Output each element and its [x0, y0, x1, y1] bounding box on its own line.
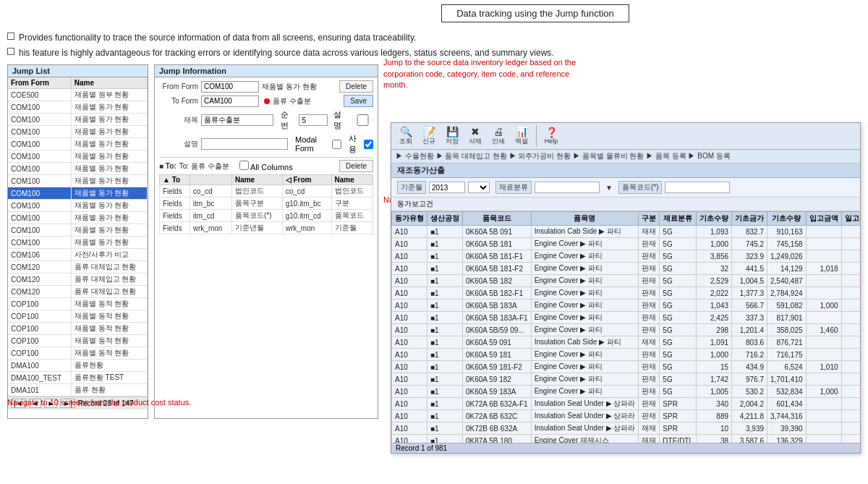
table-cell [806, 435, 841, 443]
table-row: A10■10K60A 5B 182Engine Cover ▶ 파티판재5G2,… [392, 275, 861, 287]
list-item[interactable]: COE500재품별 원부 현황 [8, 89, 148, 101]
list-item[interactable]: COP100재품별 동적 현황 [8, 323, 148, 335]
sub-section-title: 동가보고건 [397, 200, 433, 208]
list-item[interactable]: COP100재품별 동적 현황 [8, 310, 148, 323]
list-item[interactable]: DMA101품류 현황 [8, 384, 148, 396]
table-cell: ■1 [427, 373, 463, 386]
table-row: A10■10K87A 5B 180Engine Cover 재제시스재재DTE/… [392, 435, 861, 443]
table-row: A10■10K60A 59 183AEngine Cover ▶ 파티판재5G1… [392, 386, 861, 398]
list-item[interactable]: COM100재품별 동가 현황 [8, 237, 148, 249]
field-from-path: co_cd [282, 185, 331, 198]
list-item[interactable]: COM100재품별 동가 현황 [8, 101, 148, 114]
table-cell: 판재 [639, 238, 660, 250]
list-item[interactable]: COM100재품별 동가 현황 [8, 212, 148, 224]
table-row: A10■10K60A 5B 181-F1Engine Cover ▶ 파티판재5… [392, 250, 861, 263]
table-cell: ■1 [427, 275, 463, 287]
toolbar-btn-new[interactable]: 📝 신규 [419, 127, 439, 146]
table-cell: 1,201.4 [732, 324, 767, 336]
list-item-name: 재품별 동적 현황 [71, 347, 147, 360]
list-item[interactable]: COM100재품별 동가 현황 [8, 200, 148, 212]
desc-checkbox[interactable] [352, 114, 373, 126]
year-select[interactable]: ▼ [468, 182, 490, 193]
list-item-from: COM100 [8, 101, 71, 114]
from-form-label: From Form [159, 82, 198, 90]
table-cell: A10 [392, 324, 427, 336]
field-from-name: 법인코드 [331, 185, 373, 198]
table-cell: A10 [392, 349, 427, 361]
toolbar-btn-save[interactable]: 💾 저장 [442, 127, 462, 146]
desc-input[interactable] [201, 138, 288, 150]
list-item[interactable]: COM100재품별 동가 현황 [8, 150, 148, 163]
table-cell: 재재 [639, 423, 660, 435]
list-item-name: 재품별 동가 현황 [71, 237, 147, 249]
list-item-from: COM100 [8, 200, 71, 212]
list-item[interactable]: DMA100품류현황 [8, 360, 148, 372]
table-cell [806, 398, 841, 410]
toolbar-btn-search[interactable]: 🔍 조회 [396, 127, 416, 146]
form-section: 기준월 ▼ 재료분류 ▼ 품목코드(*) [391, 178, 860, 198]
field-from-name: 품목코드 [331, 210, 373, 222]
list-item[interactable]: COM100재품별 동가 현황 [8, 138, 148, 150]
toolbar-btn-help[interactable]: ❓ Help [541, 127, 561, 145]
list-item[interactable]: COM100재품별 동가 현황 [8, 126, 148, 138]
use-checkbox[interactable] [364, 140, 373, 149]
list-item[interactable]: COM100재품별 동가 현황 [8, 224, 148, 237]
table-cell: 0K60A 5B 183A-F1 [463, 312, 532, 324]
field-to: Fields [160, 222, 190, 234]
list-item[interactable]: DMA100_TEST품류현황 TEST [8, 372, 148, 384]
order-input[interactable] [299, 114, 328, 126]
jump-list-title: Jump List [8, 65, 148, 77]
data-table: 동가유형생산공정품목코드품목명구분재료분류기초수량기초금가기초수량입고금액일고수… [391, 211, 860, 443]
list-item[interactable]: COM100재품별 동가 현황 [8, 163, 148, 175]
toolbar-btn-delete[interactable]: ✖ 삭제 [465, 127, 485, 146]
table-cell: 재재 [639, 226, 660, 238]
list-item[interactable]: COM100재품별 동가 현황 [8, 114, 148, 126]
table-cell: 10 [697, 423, 732, 435]
from-form-row: From Form 재품별 동가 현황 Delete [159, 80, 373, 93]
list-item[interactable]: COP100재품별 동적 현황 [8, 298, 148, 310]
table-cell: 340 [697, 398, 732, 410]
table-cell: A10 [392, 410, 427, 423]
table-cell: ■1 [427, 336, 463, 349]
toolbar-btn-excel[interactable]: 📊 엑셀 [511, 127, 532, 146]
list-item[interactable]: COM100재품별 동가 현황 [8, 187, 148, 200]
save-button[interactable]: Save [344, 95, 373, 107]
table-cell: 0K72A 6B 632C [463, 410, 532, 423]
list-item[interactable]: COM100재품별 동가 현황 [8, 175, 148, 187]
delete-button-top[interactable]: Delete [339, 80, 373, 93]
delete-button-bottom[interactable]: Delete [339, 160, 373, 172]
delete-icon: ✖ [471, 127, 480, 137]
right-panel-toolbar: 🔍 조회 📝 신규 💾 저장 ✖ 삭제 🖨 인쇄 📊 엑셀 [391, 123, 860, 150]
from-form-input[interactable] [201, 81, 259, 93]
list-item-name: 재품별 동가 현황 [71, 101, 147, 114]
list-item[interactable]: COP100재품별 동적 현황 [8, 335, 148, 347]
table-cell [806, 287, 841, 300]
list-item[interactable]: COM120품류 대체입고 현황 [8, 273, 148, 286]
save-icon: 💾 [446, 127, 459, 137]
modal-form-checkbox[interactable] [332, 140, 341, 149]
description-section: Provides functionality to trace the sour… [7, 31, 861, 60]
to-form-input[interactable] [201, 95, 259, 107]
field-to: Fields [160, 198, 190, 210]
data-table-container[interactable]: 동가유형생산공정품목코드품목명구분재료분류기초수량기초금가기초수량입고금액일고수… [391, 211, 860, 443]
item-input[interactable] [201, 114, 273, 126]
toolbar-btn-print[interactable]: 🖨 인쇄 [488, 127, 509, 146]
to-form-row: To Form 품류 수출분 Save [159, 95, 373, 107]
all-columns-checkbox[interactable] [239, 161, 249, 170]
list-item[interactable]: COM106사전/사후가 비교 [8, 249, 148, 261]
list-item-name: 품류 대체입고 현황 [71, 286, 147, 298]
table-cell [806, 275, 841, 287]
list-item[interactable]: COP100재품별 동적 현황 [8, 347, 148, 360]
year-group: 기준월 ▼ [397, 181, 490, 194]
table-cell: Engine Cover ▶ 파티 [531, 250, 639, 263]
field-to-name: co_cd [190, 185, 231, 198]
year-input[interactable] [429, 182, 465, 193]
table-cell [806, 423, 841, 435]
costtype-input[interactable] [535, 182, 600, 193]
table-cell: A10 [392, 238, 427, 250]
list-item[interactable]: COM120품류 대체입고 현황 [8, 261, 148, 273]
bom-input[interactable] [665, 182, 730, 193]
table-cell: Insulation Cab Side ▶ 파티 [531, 336, 639, 349]
list-item[interactable]: COM120품류 대체입고 현황 [8, 286, 148, 298]
item-row: 재목 순번 설명 [159, 109, 373, 131]
